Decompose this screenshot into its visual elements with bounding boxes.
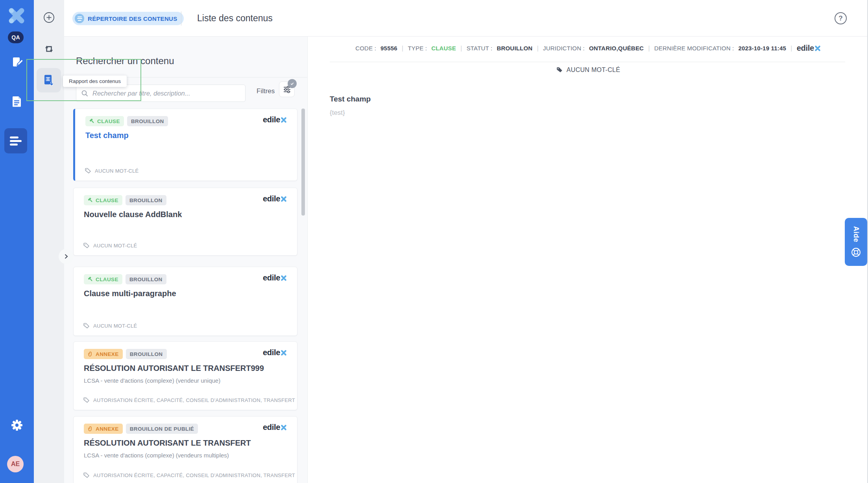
edilex-logo: edile xyxy=(797,44,821,53)
content-list-icon xyxy=(10,136,22,146)
meta-value: BROUILLON xyxy=(497,45,532,52)
status-badge: BROUILLON DE PUBLIÉ xyxy=(126,424,198,434)
meta-label: JURIDICTION : xyxy=(543,45,585,52)
meta-value: 2023-10-19 11:45 xyxy=(738,45,786,52)
meta-value: 95556 xyxy=(380,45,397,52)
edilex-logo: edile xyxy=(263,194,287,203)
meta-label: TYPE : xyxy=(408,45,427,52)
edilex-x-icon xyxy=(281,350,287,356)
meta-label: CODE : xyxy=(355,45,376,52)
status-badge: BROUILLON xyxy=(126,274,166,284)
edilex-logo: edile xyxy=(263,348,287,357)
card-keywords: AUTORISATION ÉCRITE, CAPACITÉ, CONSEIL D… xyxy=(83,472,295,479)
paperclip-icon xyxy=(88,426,93,431)
type-badge: ANNEXE xyxy=(84,424,123,434)
content-card[interactable]: ANNEXE BROUILLON edile RÉSOLUTION AUTORI… xyxy=(73,341,297,410)
detail-keywords: AUCUN MOT-CLÉ xyxy=(308,66,868,74)
add-content-button[interactable] xyxy=(43,12,55,25)
breadcrumb-module-badge[interactable]: RÉPERTOIRE DES CONTENUS xyxy=(72,12,184,25)
content-card[interactable]: ANNEXE BROUILLON DE PUBLIÉ edile RÉSOLUT… xyxy=(73,416,297,483)
card-subtitle: LCSA - vente d'actions (complexe) (vende… xyxy=(84,377,220,384)
status-badge: BROUILLON xyxy=(126,349,167,359)
content-card[interactable]: CLAUSE BROUILLON edile Clause multi-para… xyxy=(73,267,297,336)
edilex-logo: edile xyxy=(263,115,287,124)
content-card[interactable]: CLAUSE BROUILLON edile Test champ AUCUN … xyxy=(73,109,297,181)
help-tab-label: Aide xyxy=(852,226,860,242)
type-badge: CLAUSE xyxy=(84,195,122,205)
chevron-right-icon xyxy=(63,253,69,260)
gavel-icon xyxy=(89,118,95,124)
edilex-x-icon xyxy=(281,196,287,202)
module-badge-label: RÉPERTOIRE DES CONTENUS xyxy=(88,15,177,22)
document-lines-icon xyxy=(11,95,23,108)
tag-icon xyxy=(85,168,91,174)
meta-value: CLAUSE xyxy=(431,45,456,52)
card-subtitle: LCSA - vente d'actions (complexe) (vende… xyxy=(84,452,229,459)
settings-gear-icon[interactable] xyxy=(10,418,24,433)
card-title[interactable]: Test champ xyxy=(85,131,129,140)
list-scrollbar[interactable] xyxy=(301,109,305,216)
card-title[interactable]: Clause multi-paragraphe xyxy=(84,289,176,298)
page-title: Liste des contenus xyxy=(197,13,273,24)
card-title[interactable]: RÉSOLUTION AUTORISANT LE TRANSFERT xyxy=(84,439,251,448)
status-badge: BROUILLON xyxy=(127,116,168,126)
sidebar-item-redaction[interactable] xyxy=(11,56,24,70)
user-avatar[interactable]: AE xyxy=(7,456,24,472)
top-header: RÉPERTOIRE DES CONTENUS Liste des conten… xyxy=(64,0,868,37)
gavel-icon xyxy=(88,197,93,203)
meta-label: STATUT : xyxy=(467,45,493,52)
type-badge: ANNEXE xyxy=(84,349,123,359)
tag-filled-icon xyxy=(556,66,563,74)
detail-field-title: Test champ xyxy=(330,95,371,103)
help-icon[interactable]: ? xyxy=(835,12,847,24)
content-search-panel: Rechercher un contenu Filtres xyxy=(64,37,308,483)
paperclip-icon xyxy=(88,351,93,357)
filters-label: Filtres xyxy=(257,87,275,95)
app-logo-x-icon[interactable] xyxy=(6,6,27,28)
help-tab[interactable]: Aide xyxy=(845,218,867,266)
card-keywords: AUCUN MOT-CLÉ xyxy=(85,168,139,174)
meta-value: ONTARIO,QUÉBEC xyxy=(589,45,644,52)
filters-active-check-icon xyxy=(288,79,297,88)
card-keywords: AUCUN MOT-CLÉ xyxy=(83,242,137,249)
sidebar-item-repertoire-active[interactable] xyxy=(4,128,27,153)
card-title[interactable]: Nouvelle clause AddBlank xyxy=(84,210,182,219)
report-tooltip: Rapport des contenus xyxy=(63,76,127,87)
repeat-icon xyxy=(43,43,54,54)
type-badge: CLAUSE xyxy=(84,274,122,284)
edilex-x-icon xyxy=(814,45,821,52)
app-window: QA xyxy=(0,0,868,483)
repertoire-icon xyxy=(75,14,84,23)
gavel-icon xyxy=(88,277,93,282)
sidebar-item-documents[interactable] xyxy=(11,95,23,109)
detail-divider xyxy=(330,62,845,62)
collapse-panel-button[interactable] xyxy=(59,249,74,264)
meta-label: DERNIÈRE MODIFICATION : xyxy=(654,45,734,52)
content-meta-row: CODE :95556 | TYPE :CLAUSE | STATUT :BRO… xyxy=(308,44,868,53)
edilex-x-icon xyxy=(281,275,287,281)
plus-circle-icon xyxy=(43,12,55,23)
type-badge: CLAUSE xyxy=(85,116,124,126)
tag-icon xyxy=(83,397,90,404)
tag-icon xyxy=(83,323,90,329)
edilex-x-icon xyxy=(281,117,287,123)
card-title[interactable]: RÉSOLUTION AUTORISANT LE TRANSFERT999 xyxy=(84,364,264,373)
workspace-badge[interactable]: QA xyxy=(8,31,24,43)
content-card[interactable]: CLAUSE BROUILLON edile Nouvelle clause A… xyxy=(73,188,297,256)
detail-field-value: {test} xyxy=(330,109,345,117)
card-keywords: AUTORISATION ÉCRITE, CAPACITÉ, CONSEIL D… xyxy=(83,397,295,404)
tag-icon xyxy=(83,242,90,249)
edilex-logo: edile xyxy=(263,423,287,432)
edilex-logo: edile xyxy=(263,273,287,282)
lifebuoy-icon xyxy=(851,247,861,258)
status-badge: BROUILLON xyxy=(126,195,166,205)
card-keywords: AUCUN MOT-CLÉ xyxy=(83,323,137,329)
tag-icon xyxy=(83,472,90,479)
header-divider xyxy=(181,11,181,26)
content-detail-panel: CODE :95556 | TYPE :CLAUSE | STATUT :BRO… xyxy=(308,37,868,483)
edilex-x-icon xyxy=(281,424,287,431)
republish-button[interactable] xyxy=(43,43,54,56)
